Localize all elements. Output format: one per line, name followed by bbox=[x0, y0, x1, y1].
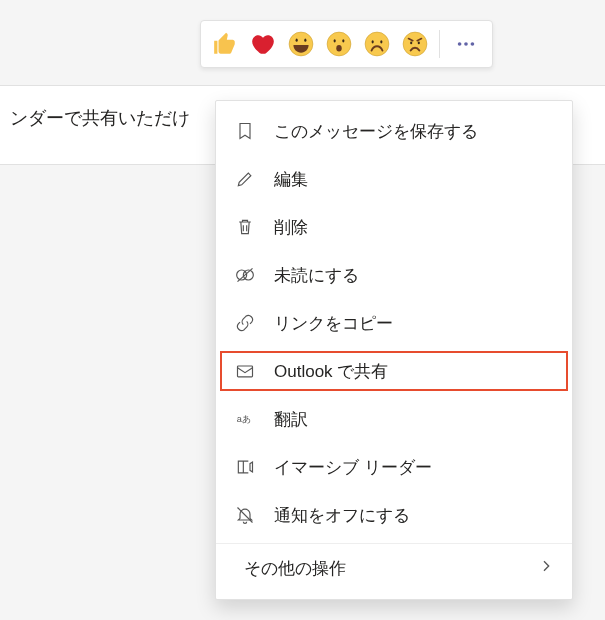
svg-text:aあ: aあ bbox=[237, 414, 251, 424]
reaction-bar bbox=[200, 20, 493, 68]
more-options-button[interactable] bbox=[448, 28, 484, 60]
svg-point-1 bbox=[296, 39, 298, 42]
menu-turn-off-notifications[interactable]: 通知をオフにする bbox=[216, 491, 572, 539]
svg-point-10 bbox=[403, 32, 427, 56]
translate-icon: aあ bbox=[234, 408, 256, 430]
menu-label: 通知をオフにする bbox=[274, 504, 410, 527]
svg-point-11 bbox=[410, 42, 412, 45]
svg-rect-19 bbox=[238, 366, 253, 377]
svg-point-12 bbox=[418, 42, 420, 45]
menu-label: 編集 bbox=[274, 168, 308, 191]
chevron-right-icon bbox=[538, 558, 554, 579]
reaction-divider bbox=[439, 30, 440, 58]
bell-off-icon bbox=[234, 504, 256, 526]
menu-copy-link[interactable]: リンクをコピー bbox=[216, 299, 572, 347]
svg-point-13 bbox=[458, 42, 462, 46]
menu-label: イマーシブ リーダー bbox=[274, 456, 432, 479]
link-icon bbox=[234, 312, 256, 334]
menu-label: その他の操作 bbox=[244, 557, 346, 580]
menu-label: 未読にする bbox=[274, 264, 359, 287]
svg-point-4 bbox=[334, 39, 336, 42]
menu-immersive-reader[interactable]: イマーシブ リーダー bbox=[216, 443, 572, 491]
svg-point-15 bbox=[471, 42, 475, 46]
svg-point-5 bbox=[342, 39, 344, 42]
menu-edit[interactable]: 編集 bbox=[216, 155, 572, 203]
context-menu: このメッセージを保存する 編集 削除 未読にする リンクをコピー Outlook… bbox=[215, 100, 573, 600]
menu-translate[interactable]: aあ 翻訳 bbox=[216, 395, 572, 443]
pencil-icon bbox=[234, 168, 256, 190]
message-text: ンダーで共有いただけ bbox=[10, 108, 190, 128]
angry-icon[interactable] bbox=[399, 28, 431, 60]
menu-label: Outlook で共有 bbox=[274, 360, 388, 383]
menu-mark-unread[interactable]: 未読にする bbox=[216, 251, 572, 299]
mail-icon bbox=[234, 360, 256, 382]
menu-save-message[interactable]: このメッセージを保存する bbox=[216, 107, 572, 155]
svg-point-6 bbox=[336, 45, 341, 52]
menu-label: 翻訳 bbox=[274, 408, 308, 431]
sad-icon[interactable] bbox=[361, 28, 393, 60]
trash-icon bbox=[234, 216, 256, 238]
menu-share-outlook[interactable]: Outlook で共有 bbox=[216, 347, 572, 395]
menu-label: 削除 bbox=[274, 216, 308, 239]
svg-point-2 bbox=[304, 39, 306, 42]
thumbs-up-icon[interactable] bbox=[209, 28, 241, 60]
svg-point-8 bbox=[372, 40, 374, 43]
unread-icon bbox=[234, 264, 256, 286]
bookmark-icon bbox=[234, 120, 256, 142]
immersive-reader-icon bbox=[234, 456, 256, 478]
svg-point-9 bbox=[380, 40, 382, 43]
svg-point-7 bbox=[365, 32, 389, 56]
svg-point-14 bbox=[464, 42, 468, 46]
menu-more-actions[interactable]: その他の操作 bbox=[216, 543, 572, 593]
heart-icon[interactable] bbox=[247, 28, 279, 60]
laugh-icon[interactable] bbox=[285, 28, 317, 60]
surprised-icon[interactable] bbox=[323, 28, 355, 60]
menu-label: リンクをコピー bbox=[274, 312, 393, 335]
menu-delete[interactable]: 削除 bbox=[216, 203, 572, 251]
menu-label: このメッセージを保存する bbox=[274, 120, 478, 143]
svg-point-3 bbox=[327, 32, 351, 56]
